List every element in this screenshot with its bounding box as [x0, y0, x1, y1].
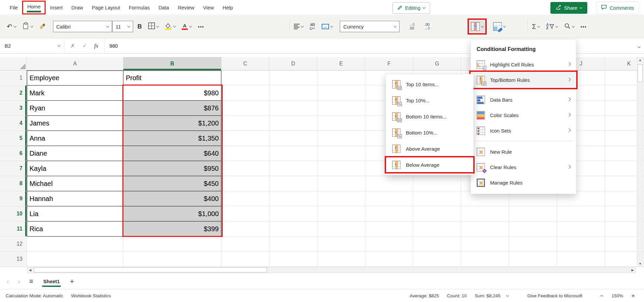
cell-E5[interactable]: [317, 131, 365, 146]
cell-E6[interactable]: [317, 146, 365, 161]
cell-G11[interactable]: [413, 221, 461, 237]
format-painter-button[interactable]: [37, 21, 48, 32]
cell-F13[interactable]: [365, 252, 413, 267]
cell-E11[interactable]: [317, 221, 365, 237]
row-header-4[interactable]: 4: [0, 116, 27, 131]
column-header-E[interactable]: E: [317, 57, 365, 70]
row-header-3[interactable]: 3: [0, 101, 27, 116]
paste-button[interactable]: [20, 20, 35, 33]
cell-C2[interactable]: [221, 86, 269, 101]
next-sheet-icon[interactable]: ›: [18, 278, 20, 285]
row-header-1[interactable]: 1: [0, 70, 27, 86]
cell-C1[interactable]: [221, 70, 269, 86]
cell-A6[interactable]: Diane: [27, 146, 123, 161]
tab-file[interactable]: File: [5, 1, 22, 14]
cell-B4[interactable]: $1,200: [123, 116, 221, 131]
cell-A3[interactable]: Ryan: [27, 101, 123, 116]
menu-item-data-bars[interactable]: Data Bars: [471, 92, 576, 107]
add-sheet-icon[interactable]: +: [70, 277, 74, 286]
scroll-left-icon[interactable]: ◀: [27, 268, 33, 272]
cell-C3[interactable]: [221, 101, 269, 116]
cell-E12[interactable]: [317, 237, 365, 252]
cell-D10[interactable]: [269, 206, 317, 221]
cell-D5[interactable]: [269, 131, 317, 146]
cell-B10[interactable]: $1,000: [123, 206, 221, 221]
cell-D13[interactable]: [269, 252, 317, 267]
menu-item-highlight-cell-rules[interactable]: ≤ Highlight Cell Rules: [471, 57, 576, 72]
cell-D2[interactable]: [269, 86, 317, 101]
cell-F11[interactable]: [365, 221, 413, 237]
row-header-6[interactable]: 6: [0, 146, 27, 161]
comments-button[interactable]: Comments: [596, 2, 639, 14]
cell-E7[interactable]: [317, 161, 365, 176]
sheet-tab-sheet1[interactable]: Sheet1: [42, 275, 61, 287]
submenu-item-bottom-10-items[interactable]: ↓ 10 Bottom 10 Items...: [386, 108, 473, 124]
cell-G9[interactable]: [413, 191, 461, 206]
font-name-select[interactable]: Calibri: [53, 21, 112, 32]
tab-page-layout[interactable]: Page Layout: [88, 1, 124, 14]
merge-cells-button[interactable]: ↔: [320, 22, 335, 31]
column-header-F[interactable]: F: [365, 57, 413, 70]
cell-C11[interactable]: [221, 221, 269, 237]
cell-B13[interactable]: [123, 252, 221, 267]
cell-J12[interactable]: [557, 237, 605, 252]
cell-H12[interactable]: [461, 237, 509, 252]
menu-item-new-rule[interactable]: New Rule: [471, 144, 576, 159]
cell-D8[interactable]: [269, 176, 317, 191]
cell-B2[interactable]: $980: [123, 86, 221, 101]
cell-I11[interactable]: [509, 221, 557, 237]
cell-G8[interactable]: [413, 176, 461, 191]
tab-review[interactable]: Review: [173, 1, 199, 14]
undo-button[interactable]: ↶: [5, 21, 18, 32]
wrap-text-button[interactable]: ab c↵: [308, 21, 317, 32]
cell-C9[interactable]: [221, 191, 269, 206]
alignment-button[interactable]: [292, 22, 305, 31]
font-color-button[interactable]: A: [180, 22, 194, 32]
tab-draw[interactable]: Draw: [67, 1, 88, 14]
conditional-formatting-button[interactable]: [469, 20, 485, 33]
cell-I13[interactable]: [509, 252, 557, 267]
cell-E4[interactable]: [317, 116, 365, 131]
tab-data[interactable]: Data: [154, 1, 173, 14]
enter-button[interactable]: ✓: [82, 43, 87, 49]
cell-E9[interactable]: [317, 191, 365, 206]
cell-G10[interactable]: [413, 206, 461, 221]
cell-B1[interactable]: Profit: [123, 70, 221, 86]
cell-D6[interactable]: [269, 146, 317, 161]
cell-C7[interactable]: [221, 161, 269, 176]
cell-A1[interactable]: Employee: [27, 70, 123, 86]
cell-A8[interactable]: Michael: [27, 176, 123, 191]
fill-color-button[interactable]: [163, 21, 177, 32]
cell-E1[interactable]: [317, 70, 365, 86]
row-header-7[interactable]: 7: [0, 161, 27, 176]
cell-C10[interactable]: [221, 206, 269, 221]
sort-filter-button[interactable]: AZ: [544, 21, 559, 32]
cell-J13[interactable]: [557, 252, 605, 267]
cell-B11[interactable]: $399: [123, 221, 221, 237]
cancel-button[interactable]: ✗: [70, 43, 75, 49]
borders-button[interactable]: [146, 21, 161, 32]
scroll-up-icon[interactable]: ▲: [639, 58, 642, 62]
submenu-item-above-average[interactable]: ↑ Above Average: [386, 141, 473, 157]
workbook-statistics-button[interactable]: Workbook Statistics: [71, 293, 111, 298]
cell-C8[interactable]: [221, 176, 269, 191]
menu-item-icon-sets[interactable]: Icon Sets: [471, 123, 576, 138]
cell-D4[interactable]: [269, 116, 317, 131]
cell-H11[interactable]: [461, 221, 509, 237]
bold-button[interactable]: B: [136, 21, 144, 32]
cell-E3[interactable]: [317, 101, 365, 116]
row-header-12[interactable]: 12: [0, 237, 27, 252]
menu-item-top-bottom-rules[interactable]: ↑ 10 Top/Bottom Rules: [471, 72, 576, 88]
cell-G13[interactable]: [413, 252, 461, 267]
insert-function-button[interactable]: fx: [94, 43, 98, 49]
vertical-scrollbar[interactable]: ▲ ▼: [637, 57, 643, 267]
column-header-G[interactable]: G: [413, 57, 461, 70]
row-header-9[interactable]: 9: [0, 191, 27, 206]
cell-F12[interactable]: [365, 237, 413, 252]
autosum-button[interactable]: Σ: [530, 21, 542, 32]
cell-E13[interactable]: [317, 252, 365, 267]
cell-F10[interactable]: [365, 206, 413, 221]
cell-A5[interactable]: Anna: [27, 131, 123, 146]
tab-insert[interactable]: Insert: [46, 1, 67, 14]
cell-E8[interactable]: [317, 176, 365, 191]
